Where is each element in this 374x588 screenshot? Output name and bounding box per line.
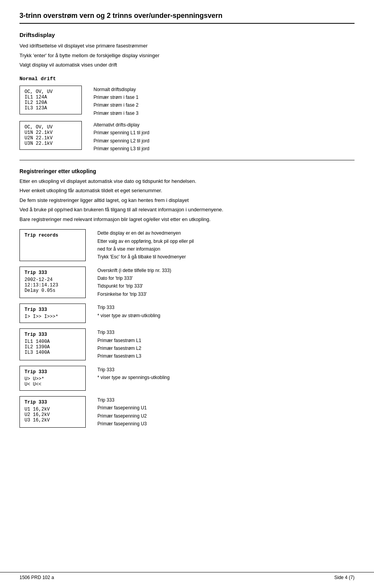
trip-5-desc2: Primær fasepenning U2 <box>97 412 355 420</box>
box2-line2: U1N 22.1kV <box>25 130 77 135</box>
trip-1-desc4: Forsinkelse for 'trip 333' <box>97 290 355 298</box>
footer-doc-number: 1506 PRD 102 a <box>19 575 54 580</box>
registreringer-desc4: Ved å bruke pil opp/ned kan brukeren få … <box>19 206 355 214</box>
registreringer-heading: Registreringer etter utkopling <box>19 168 355 174</box>
registreringer-desc3: De fem siste registreringer ligger allti… <box>19 197 355 204</box>
box-line-il1: IL1 124A <box>25 95 77 100</box>
trip-5-desc3: Primær fasepenning U3 <box>97 420 355 428</box>
trip-box-1-date: 2002-12-24 <box>25 277 81 283</box>
page-title: 3-trinn overstrøm vern og 2 trinns over/… <box>19 12 355 24</box>
trip-4-desc1: * viser type av spennings-utkobling <box>97 374 355 381</box>
trip-1-desc1: Overskrift (i dette tilfelle trip nr. 33… <box>97 267 355 274</box>
trip-333-row-5: Trip 333 U1 16,2kV U2 16,2kV U3 16,2kV T… <box>19 396 355 428</box>
trip-3-desc: Trip 333 Primær fasestrøm L1 Primær fase… <box>97 328 355 360</box>
registreringer-desc2: Hver enkelt utkopling får automatisk til… <box>19 187 355 195</box>
desc-il2: Primær strøm i fase 2 <box>94 101 138 109</box>
trip-333-row-3: Trip 333 IL1 1400A IL2 1390A IL3 1400A T… <box>19 328 355 360</box>
trip-4-title: Trip 333 <box>97 366 355 374</box>
driftsdisplay-section: Driftsdisplay Ved idriftsettelse vil dis… <box>19 32 355 69</box>
registreringer-desc5: Bare registreringer med relevant informa… <box>19 216 355 223</box>
trip-box-3-title: Trip 333 <box>25 332 81 337</box>
registreringer-desc1: Etter en utkopling vil displayet automat… <box>19 177 355 185</box>
box-line-il3: IL3 123A <box>25 105 77 111</box>
trip-5-title: Trip 333 <box>97 396 355 404</box>
driftsdisplay-heading: Driftsdisplay <box>19 32 355 38</box>
normal-drift-section: Normal drift OC, OV, UV IL1 124A IL2 120… <box>19 76 355 153</box>
page-footer: 1506 PRD 102 a Side 4 (7) <box>0 572 374 580</box>
footer-page: Side 4 (7) <box>334 575 355 580</box>
trip-box-4-title: Trip 333 <box>25 369 81 375</box>
desc2-line1: Alternativt drifts-diplay <box>94 121 149 129</box>
trip-5-desc1: Primær fasepenning U1 <box>97 404 355 412</box>
trip-1-desc3: Tidspunkt for 'trip 333' <box>97 282 355 290</box>
trip-box-5-line1: U1 16,2kV <box>25 407 81 412</box>
trip-box-5-line3: U3 16,2kV <box>25 418 81 423</box>
trip-box-1-delay: Delay 0.05s <box>25 288 81 293</box>
trip-box-4-line2: U< U<< <box>25 382 81 387</box>
registreringer-section: Registreringer etter utkopling Etter en … <box>19 168 355 223</box>
trip-box-4: Trip 333 U> U>>* U< U<< <box>19 366 86 391</box>
display-box-oc-ov-uv-1: OC, OV, UV IL1 124A IL2 120A IL3 123A <box>19 86 82 114</box>
trip-records-desc: Dette display er en del av hovedmenyen E… <box>97 229 355 261</box>
trip-box-4-line1: U> U>>* <box>25 376 81 382</box>
display-row-1: OC, OV, UV IL1 124A IL2 120A IL3 123A No… <box>19 86 355 118</box>
trip-box-5: Trip 333 U1 16,2kV U2 16,2kV U3 16,2kV <box>19 396 86 428</box>
trip-3-desc2: Primær fasestrøm L2 <box>97 344 355 352</box>
trip-records-desc4: Trykk 'Esc' for å gå tilbake til hovedme… <box>97 253 355 261</box>
display-desc-1: Normalt driftsdisplay Primær strøm i fas… <box>94 86 138 118</box>
divider-1 <box>19 160 355 160</box>
trip-box-2-line: I> I>> I>>>* <box>25 314 81 319</box>
box-line-oc-ov-uv: OC, OV, UV <box>25 89 77 95</box>
driftsdisplay-desc3: Valgt display vil automatisk vises under… <box>19 61 355 69</box>
trip-box-1: Trip 333 2002-12-24 12:13:14.123 Delay 0… <box>19 267 86 298</box>
trip-5-desc: Trip 333 Primær fasepenning U1 Primær fa… <box>97 396 355 428</box>
driftsdisplay-desc1: Ved idriftsettelse vil displayet vise pr… <box>19 42 355 50</box>
normal-drift-label: Normal drift <box>19 76 355 82</box>
trip-box-3-line2: IL2 1390A <box>25 344 81 350</box>
desc2-line4: Primær spenning L3 til jord <box>94 145 149 153</box>
trip-2-desc1: * viser type av strøm-utkobling <box>97 312 355 319</box>
trip-records-label: Trip records <box>25 233 81 238</box>
trip-4-desc: Trip 333 * viser type av spennings-utkob… <box>97 366 355 391</box>
trip-333-row-2: Trip 333 I> I>> I>>>* Trip 333 * viser t… <box>19 304 355 323</box>
trip-box-2-title: Trip 333 <box>25 307 81 312</box>
desc-il1: Primær strøm i fase 1 <box>94 93 138 101</box>
trip-box-1-title: Trip 333 <box>25 270 81 276</box>
trip-3-desc1: Primær fasestrøm L1 <box>97 337 355 344</box>
box2-line1: OC, OV, UV <box>25 125 77 130</box>
box-line-il2: IL2 120A <box>25 100 77 105</box>
trip-records-box: Trip records <box>19 229 86 261</box>
trip-box-2: Trip 333 I> I>> I>>>* <box>19 304 86 323</box>
trip-box-1-time: 12:13:14.123 <box>25 283 81 288</box>
box2-line3: U2N 22.1kV <box>25 135 77 141</box>
display-box-oc-ov-uv-2: OC, OV, UV U1N 22.1kV U2N 22.1kV U3N 22.… <box>19 121 82 150</box>
trip-box-3: Trip 333 IL1 1400A IL2 1390A IL3 1400A <box>19 328 86 360</box>
trip-1-desc2: Dato for 'trip 333' <box>97 274 355 282</box>
trip-box-5-line2: U2 16,2kV <box>25 412 81 418</box>
trip-box-5-title: Trip 333 <box>25 400 81 405</box>
trip-box-3-line1: IL1 1400A <box>25 339 81 344</box>
trip-records-section: Trip records Dette display er en del av … <box>19 229 355 428</box>
desc2-line3: Primær spenning L2 til jord <box>94 137 149 145</box>
trip-3-title: Trip 333 <box>97 328 355 336</box>
trip-333-row-4: Trip 333 U> U>>* U< U<< Trip 333 * viser… <box>19 366 355 391</box>
display-desc-2: Alternativt drifts-diplay Primær spennin… <box>94 121 149 153</box>
trip-3-desc3: Primær fasestrøm L3 <box>97 352 355 360</box>
trip-333-row-1: Trip 333 2002-12-24 12:13:14.123 Delay 0… <box>19 267 355 298</box>
display-row-2: OC, OV, UV U1N 22.1kV U2N 22.1kV U3N 22.… <box>19 121 355 153</box>
trip-1-desc: Overskrift (i dette tilfelle trip nr. 33… <box>97 267 355 298</box>
box2-line4: U3N 22.1kV <box>25 141 77 146</box>
trip-records-desc1: Dette display er en del av hovedmenyen <box>97 229 355 237</box>
trip-box-3-line3: IL3 1400A <box>25 350 81 355</box>
desc-normalt: Normalt driftsdisplay <box>94 86 138 93</box>
desc-il3: Primær strøm i fase 3 <box>94 109 138 117</box>
trip-2-desc: Trip 333 * viser type av strøm-utkobling <box>97 304 355 323</box>
trip-records-main-row: Trip records Dette display er en del av … <box>19 229 355 261</box>
driftsdisplay-desc2: Trykk 'enter' for å bytte mellom de fors… <box>19 52 355 60</box>
trip-2-title: Trip 333 <box>97 304 355 311</box>
desc2-line2: Primær spenning L1 til jord <box>94 129 149 137</box>
trip-records-desc2: Etter valg av en oppføring, bruk pil opp… <box>97 237 355 245</box>
trip-records-desc3: ned for å vise mer informasjon <box>97 245 355 253</box>
